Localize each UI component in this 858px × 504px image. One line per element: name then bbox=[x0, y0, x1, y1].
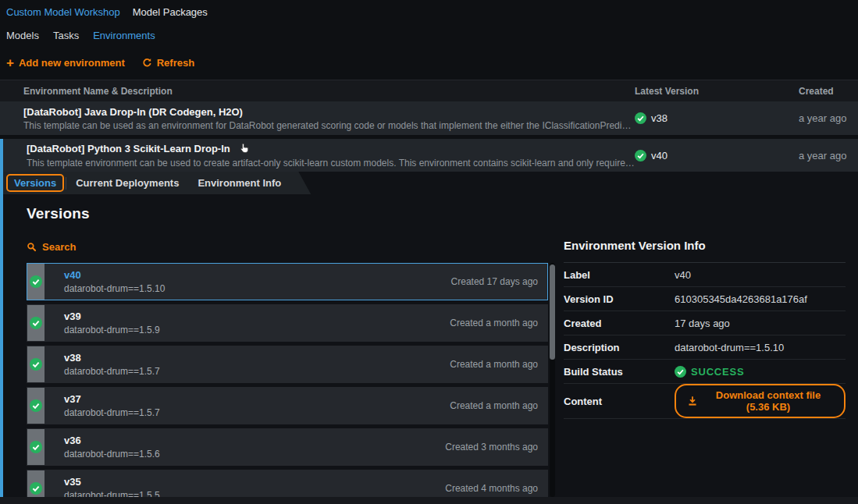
success-check-icon bbox=[675, 366, 686, 378]
version-status-stripe bbox=[27, 388, 45, 424]
refresh-button[interactable]: Refresh bbox=[142, 57, 194, 69]
version-status-stripe bbox=[27, 429, 45, 465]
search-icon bbox=[27, 242, 37, 252]
info-row-content: Content Download context file (5.36 KB) bbox=[564, 384, 846, 419]
tab-environments[interactable]: Environments bbox=[93, 30, 155, 41]
header-created: Created bbox=[799, 86, 858, 97]
field-label: Build Status bbox=[564, 366, 675, 378]
environment-version-info-panel: Environment Version Info Label v40 Versi… bbox=[564, 205, 846, 503]
field-value: 610305345da4263681a176af bbox=[675, 293, 807, 305]
version-label: v35 bbox=[64, 476, 445, 488]
field-label: Created bbox=[564, 318, 675, 329]
success-check-icon bbox=[30, 482, 42, 495]
version-status-stripe bbox=[27, 305, 45, 341]
version-list: v40 datarobot-drum==1.5.10 Created 17 da… bbox=[27, 263, 548, 503]
tab-focus-ring bbox=[6, 174, 64, 192]
version-description: datarobot-drum==1.5.7 bbox=[64, 366, 450, 377]
version-description: datarobot-drum==1.5.6 bbox=[64, 449, 445, 460]
success-check-icon bbox=[30, 358, 42, 371]
version-created: Created 17 days ago bbox=[451, 276, 547, 287]
success-check-icon bbox=[635, 150, 646, 161]
field-value: datarobot-drum==1.5.10 bbox=[675, 342, 784, 353]
created-label: a year ago bbox=[799, 112, 858, 124]
download-button-label: Download context file (5.36 KB) bbox=[703, 389, 833, 413]
field-label: Description bbox=[564, 342, 675, 353]
version-created: Created a month ago bbox=[450, 359, 547, 370]
breadcrumb: Custom Model Workshop Model Packages bbox=[0, 0, 858, 18]
success-check-icon bbox=[30, 399, 42, 412]
version-item-v38[interactable]: v38 datarobot-drum==1.5.7 Created a mont… bbox=[27, 346, 548, 383]
version-item-v36[interactable]: v36 datarobot-drum==1.5.6 Created 3 mont… bbox=[27, 428, 548, 466]
version-description: datarobot-drum==1.5.7 bbox=[64, 407, 450, 418]
version-label: v37 bbox=[64, 393, 450, 405]
info-row-build-status: Build Status SUCCESS bbox=[564, 360, 846, 384]
environment-row-python-sklearn[interactable]: [DataRobot] Python 3 Scikit-Learn Drop-I… bbox=[3, 139, 858, 172]
tab-holder: Versions Current Deployments Environment… bbox=[3, 172, 311, 194]
version-created: Created 3 months ago bbox=[445, 442, 547, 453]
version-created: Created a month ago bbox=[450, 318, 547, 328]
info-row-version-id: Version ID 610305345da4263681a176af bbox=[564, 287, 846, 311]
tab-tasks[interactable]: Tasks bbox=[53, 30, 79, 41]
version-description: datarobot-drum==1.5.9 bbox=[64, 325, 450, 335]
version-item-v40[interactable]: v40 datarobot-drum==1.5.10 Created 17 da… bbox=[27, 263, 548, 300]
tab-models[interactable]: Models bbox=[6, 30, 39, 41]
info-row-description: Description datarobot-drum==1.5.10 bbox=[564, 335, 846, 360]
download-context-file-button[interactable]: Download context file (5.36 KB) bbox=[675, 384, 846, 418]
search-toggle[interactable]: Search bbox=[27, 241, 548, 253]
versions-section: Versions Search v40 datarobot-dr bbox=[3, 194, 858, 503]
field-value: v40 bbox=[675, 269, 691, 281]
version-created: Created a month ago bbox=[450, 400, 547, 411]
action-bar: + Add new environment Refresh bbox=[0, 41, 858, 80]
versions-heading: Versions bbox=[27, 205, 548, 222]
version-status-stripe bbox=[27, 346, 45, 382]
version-item-v37[interactable]: v37 datarobot-drum==1.5.7 Created a mont… bbox=[27, 387, 548, 424]
success-check-icon bbox=[635, 112, 646, 124]
environment-description: This template can be used as an environm… bbox=[23, 120, 635, 131]
download-icon bbox=[687, 396, 698, 406]
version-label: v36 bbox=[64, 435, 445, 446]
search-label: Search bbox=[42, 241, 76, 253]
tab-current-deployments[interactable]: Current Deployments bbox=[66, 172, 188, 194]
info-row-label: Label v40 bbox=[564, 263, 846, 287]
version-status-stripe bbox=[27, 264, 45, 300]
environment-row-java[interactable]: [DataRobot] Java Drop-In (DR Codegen, H2… bbox=[0, 101, 858, 135]
version-description: datarobot-drum==1.5.10 bbox=[64, 283, 451, 294]
info-row-created: Created 17 days ago bbox=[564, 311, 846, 335]
header-name: Environment Name & Description bbox=[0, 86, 635, 97]
version-label: v38 bbox=[64, 352, 450, 364]
refresh-icon bbox=[142, 58, 152, 68]
version-created: Created 4 months ago bbox=[445, 483, 547, 494]
latest-version-label: v40 bbox=[651, 150, 668, 161]
build-status-badge: SUCCESS bbox=[675, 366, 744, 378]
latest-version-label: v38 bbox=[651, 112, 668, 124]
nav-model-packages[interactable]: Model Packages bbox=[133, 6, 208, 18]
environment-title: [DataRobot] Java Drop-In (DR Codegen, H2… bbox=[23, 106, 635, 118]
info-panel-title: Environment Version Info bbox=[564, 239, 846, 263]
add-new-environment-button[interactable]: + Add new environment bbox=[6, 57, 125, 69]
field-label: Version ID bbox=[564, 293, 675, 305]
field-label: Content bbox=[564, 396, 675, 407]
plus-icon: + bbox=[6, 59, 14, 68]
field-value: 17 days ago bbox=[675, 318, 730, 329]
version-label: v39 bbox=[64, 311, 450, 322]
tab-environment-info[interactable]: Environment Info bbox=[188, 172, 290, 194]
nav-custom-model-workshop[interactable]: Custom Model Workshop bbox=[6, 6, 120, 18]
hand-cursor-icon bbox=[238, 142, 251, 155]
environment-title: [DataRobot] Python 3 Scikit-Learn Drop-I… bbox=[27, 143, 230, 154]
section-tabs: Models Tasks Environments bbox=[0, 18, 858, 41]
scrollbar-thumb[interactable] bbox=[550, 264, 555, 360]
table-header: Environment Name & Description Latest Ve… bbox=[0, 80, 858, 101]
environment-detail-tabs: Versions Current Deployments Environment… bbox=[3, 172, 858, 194]
tab-versions[interactable]: Versions bbox=[5, 172, 66, 194]
success-check-icon bbox=[30, 441, 42, 453]
field-label: Label bbox=[564, 269, 675, 281]
header-latest-version: Latest Version bbox=[635, 86, 799, 97]
versions-list-column: Versions Search v40 datarobot-dr bbox=[27, 205, 548, 503]
build-status-text: SUCCESS bbox=[691, 366, 744, 378]
success-check-icon bbox=[30, 317, 42, 329]
version-item-v39[interactable]: v39 datarobot-drum==1.5.9 Created a mont… bbox=[27, 304, 548, 342]
success-check-icon bbox=[30, 275, 42, 288]
version-label: v40 bbox=[64, 269, 451, 281]
next-row-edge bbox=[0, 497, 858, 504]
version-list-scrollbar[interactable] bbox=[550, 263, 555, 497]
